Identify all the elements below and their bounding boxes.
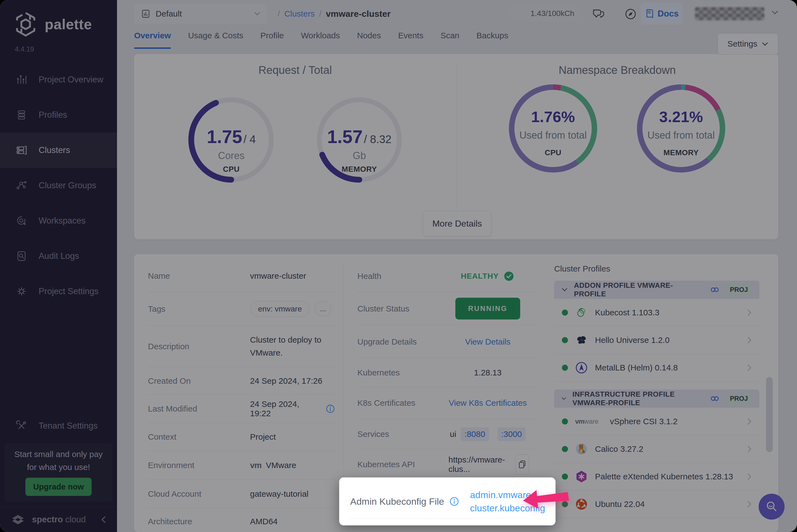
- admin-kubeconfig-label: Admin Kubeconfig File: [350, 496, 444, 507]
- info-icon[interactable]: [449, 496, 459, 507]
- admin-kubeconfig-spotlight-card: Admin Kubeconfig File admin.vmware- clus…: [339, 477, 556, 526]
- app-window: palette 4.4.19 Project Overview Profiles…: [0, 0, 797, 532]
- card-separator: [349, 518, 546, 519]
- tutorial-arrow-annotation: [521, 486, 570, 512]
- tutorial-dim-overlay: [0, 0, 797, 532]
